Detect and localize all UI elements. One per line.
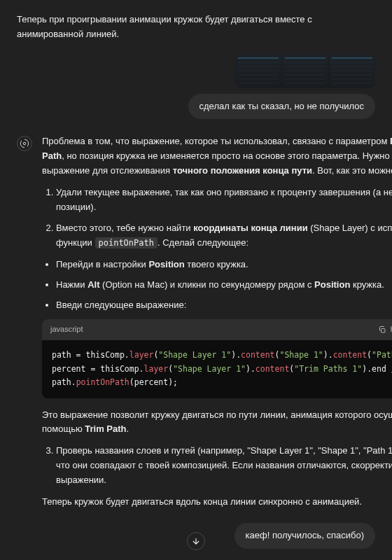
assistant-message: Теперь при проигрывании анимации кружок … (17, 13, 375, 42)
bullet-list: Перейди в настройки Position твоего круж… (42, 258, 392, 312)
code-lang-label: javascript (50, 323, 83, 336)
arrow-down-icon (191, 536, 201, 546)
list-item: Проверь названия слоев и путей (например… (56, 444, 392, 487)
list-item: Введи следующее выражение: (56, 298, 392, 313)
code-content[interactable]: path = thisComp.layer("Shape Layer 1").c… (42, 340, 392, 398)
assistant-avatar-icon (17, 136, 32, 151)
assistant-message: Проблема в том, что выражение, которое т… (17, 134, 375, 516)
paragraph: Проблема в том, что выражение, которое т… (42, 134, 392, 178)
image-attachment[interactable] (235, 55, 375, 88)
list-item: Удали текущее выражение, так как оно при… (56, 186, 392, 215)
code-header: javascript Копировать код (42, 319, 392, 340)
svg-point-0 (23, 143, 26, 146)
user-bubble: каеф! получилось, спасибо) (234, 523, 375, 549)
assistant-text: Теперь при проигрывании анимации кружок … (17, 13, 375, 42)
list-item: Перейди в настройки Position твоего круж… (56, 258, 392, 272)
svg-rect-1 (382, 329, 386, 333)
inline-code: pointOnPath (95, 237, 158, 248)
list-item: Нажми Alt (Option на Mac) и кликни по се… (56, 278, 392, 293)
copy-icon (378, 326, 386, 334)
user-message: сделал как ты сказал, но не получилос (17, 55, 375, 120)
ordered-list: Проверь названия слоев и путей (например… (42, 444, 392, 487)
ordered-list: Удали текущее выражение, так как оно при… (42, 186, 392, 251)
code-block: javascript Копировать код path = thisCom… (42, 319, 392, 398)
user-bubble: сделал как ты сказал, но не получилос (188, 94, 375, 120)
scroll-down-button[interactable] (187, 532, 205, 550)
paragraph: Это выражение позволит кружку двигаться … (42, 408, 392, 438)
paragraph: Теперь кружок будет двигаться вдоль конц… (42, 495, 392, 510)
copy-code-button[interactable]: Копировать код (378, 323, 392, 336)
list-item: Вместо этого, тебе нужно найти координат… (56, 221, 392, 251)
